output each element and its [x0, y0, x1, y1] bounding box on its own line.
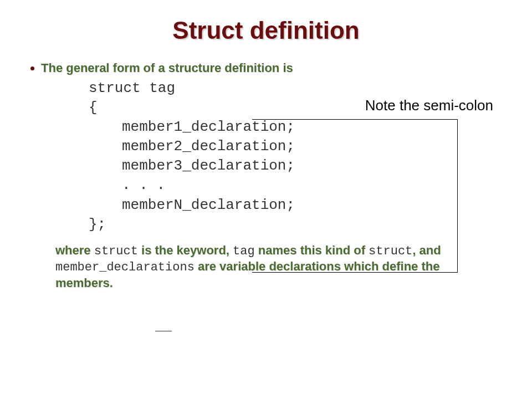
- underline-mark-icon: [155, 331, 172, 331]
- callout-bracket-icon: [252, 119, 458, 273]
- code-line: struct tag: [89, 79, 504, 98]
- bullet-row: The general form of a structure definiti…: [30, 61, 504, 75]
- semicolon-note: Note the semi-colon: [365, 97, 493, 114]
- desc-code: struct: [94, 244, 138, 258]
- desc-text: is the keyword,: [138, 243, 233, 257]
- bullet-text: The general form of a structure definiti…: [41, 61, 293, 75]
- slide: Struct definition The general form of a …: [0, 0, 532, 301]
- desc-code: member_declarations: [55, 260, 195, 274]
- desc-text: where: [55, 243, 94, 257]
- bullet-dot-icon: [30, 66, 34, 70]
- desc-code: tag: [233, 244, 255, 258]
- slide-title: Struct definition: [28, 17, 504, 44]
